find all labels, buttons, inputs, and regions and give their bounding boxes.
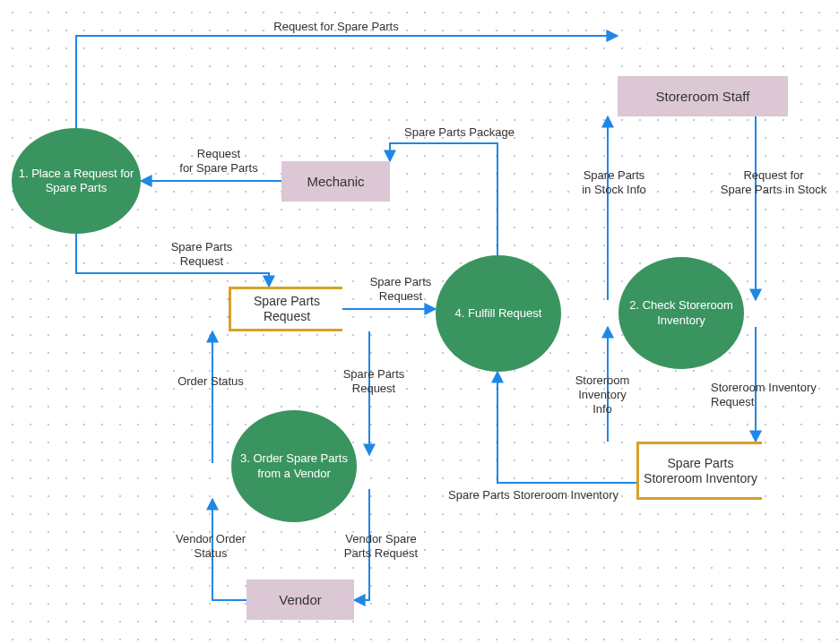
label-mech-p1-a: Request [169, 147, 268, 161]
label-store-p3-b: Request [329, 382, 419, 396]
label-vend-p3-b: Status [161, 546, 260, 561]
datastore-spare-parts-request[interactable]: Spare Parts Request [229, 287, 342, 331]
label-inv-p4: Spare Parts Storeroom Inventory [448, 488, 654, 502]
label-inv-p2-a: Storeroom [562, 374, 643, 388]
label-p2-staff-b: in Stock Info [565, 183, 663, 197]
label-store-p4-b: Request [356, 289, 445, 304]
label-staff-p2-a: Request for [715, 168, 832, 183]
process-order-vendor[interactable]: 3. Order Spare Parts from a Vendor [231, 410, 357, 522]
label-spare-parts-package: Spare Parts Package [385, 125, 533, 140]
diagram-canvas: 1. Place a Request for Spare Parts 2. Ch… [0, 0, 839, 644]
entity-vendor[interactable]: Vendor [247, 580, 354, 620]
label-vend-p3-a: Vendor Order [161, 532, 260, 546]
label-mech-p1-b: for Spare Parts [169, 161, 268, 176]
label-p3-vend-a: Vendor Spare [332, 532, 430, 546]
process-place-request[interactable]: 1. Place a Request for Spare Parts [12, 128, 141, 234]
process-fulfill-request[interactable]: 4. Fulfill Request [436, 255, 561, 372]
label-staff-p2-b: Spare Parts in Stock [706, 183, 839, 197]
label-inv-p2-c: Info [562, 402, 643, 416]
label-p2-inv-b: Request [711, 395, 839, 409]
label-request-for-spare-parts-top: Request for Spare Parts [255, 20, 417, 34]
label-p2-inv-a: Storeroom Inventory [711, 381, 839, 395]
label-inv-p2-b: Inventory [562, 388, 643, 402]
label-p3-vend-b: Parts Request [332, 546, 430, 561]
process-check-inventory[interactable]: 2. Check Storeroom Inventory [618, 257, 744, 369]
label-store-p4-a: Spare Parts [356, 275, 445, 289]
label-p1-store-b: Request [152, 254, 251, 269]
label-p1-store-a: Spare Parts [152, 240, 251, 254]
label-p2-staff-a: Spare Parts [565, 168, 663, 183]
label-order-status: Order Status [161, 374, 260, 389]
entity-storeroom-staff[interactable]: Storeroom Staff [618, 76, 788, 116]
entity-mechanic[interactable]: Mechanic [281, 161, 390, 202]
label-store-p3-a: Spare Parts [329, 367, 419, 382]
datastore-storeroom-inventory[interactable]: Spare Parts Storeroom Inventory [636, 442, 762, 500]
